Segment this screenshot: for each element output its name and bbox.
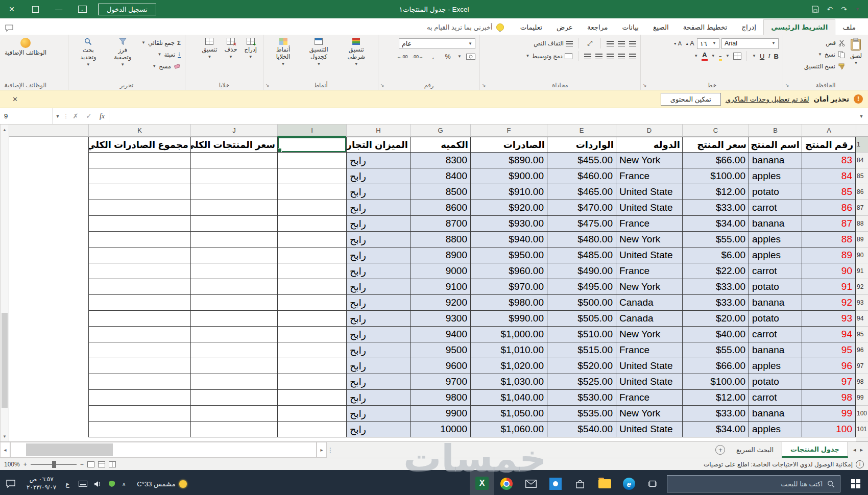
empty-cell[interactable]: [277, 232, 346, 247]
column-header-K[interactable]: K: [88, 125, 190, 137]
empty-cell[interactable]: [277, 247, 346, 263]
data-cell[interactable]: apples: [749, 358, 802, 374]
data-cell[interactable]: apples: [749, 247, 802, 263]
data-cell[interactable]: $485.00: [547, 247, 616, 263]
row-header[interactable]: 84: [856, 153, 868, 168]
data-cell[interactable]: $940.00: [470, 232, 547, 247]
data-cell[interactable]: 9600: [410, 358, 470, 374]
data-cell[interactable]: رابح: [346, 200, 410, 216]
data-cell[interactable]: France: [616, 168, 682, 184]
cell-styles-button[interactable]: أنماط الخلايا ▼: [268, 37, 299, 67]
align-top-icon[interactable]: [629, 41, 636, 46]
data-cell[interactable]: رابح: [346, 295, 410, 311]
data-cell[interactable]: رابح: [346, 374, 410, 390]
data-cell[interactable]: New York: [616, 279, 682, 295]
empty-cell[interactable]: [190, 390, 277, 406]
data-cell[interactable]: $500.00: [547, 295, 616, 311]
data-cell[interactable]: $22.00: [682, 263, 749, 279]
column-header-I[interactable]: I: [277, 125, 346, 137]
copy-button[interactable]: نسخ ▼: [804, 50, 845, 60]
data-cell[interactable]: $20.00: [682, 311, 749, 327]
data-cell[interactable]: 100: [802, 422, 856, 437]
data-cell[interactable]: potato: [749, 184, 802, 200]
wrap-text-button[interactable]: التفاف النص: [534, 38, 573, 48]
empty-cell[interactable]: [190, 263, 277, 279]
row-header[interactable]: 89: [856, 232, 868, 247]
column-header-E[interactable]: E: [547, 125, 616, 137]
tabs-splitter-handle[interactable]: ⋮: [327, 442, 334, 458]
active-cell[interactable]: [277, 137, 346, 153]
enable-content-button[interactable]: تمكين المحتوى: [661, 93, 721, 106]
hscroll-left-icon[interactable]: ◂: [0, 442, 10, 458]
data-cell[interactable]: $480.00: [547, 232, 616, 247]
data-cell[interactable]: $505.00: [547, 311, 616, 327]
data-cell[interactable]: New York: [616, 153, 682, 168]
data-cell[interactable]: apples: [749, 422, 802, 437]
data-cell[interactable]: United State: [616, 374, 682, 390]
confirm-entry-icon[interactable]: ✓: [82, 108, 95, 124]
empty-cell[interactable]: [88, 168, 190, 184]
expand-formula-bar-icon[interactable]: ▼: [855, 108, 868, 124]
language-indicator[interactable]: ع: [65, 480, 69, 488]
insert-cells-button[interactable]: + إدراج ▼: [243, 37, 259, 60]
data-cell[interactable]: United State: [616, 200, 682, 216]
row-header[interactable]: 99: [856, 390, 868, 406]
data-cell[interactable]: $950.00: [470, 247, 547, 263]
zoom-level[interactable]: 100%: [4, 461, 20, 468]
formula-bar-splitter[interactable]: ⋮: [63, 108, 69, 124]
shield-icon[interactable]: [108, 480, 115, 487]
row-header[interactable]: 94: [856, 311, 868, 327]
delete-cells-button[interactable]: × حذف ▼: [222, 37, 239, 60]
data-cell[interactable]: Canada: [616, 311, 682, 327]
task-view-button[interactable]: [641, 470, 664, 495]
empty-cell[interactable]: [190, 279, 277, 295]
empty-cell[interactable]: [190, 406, 277, 422]
page-layout-view-icon[interactable]: [98, 461, 105, 467]
empty-cell[interactable]: [190, 342, 277, 358]
empty-cell[interactable]: [190, 311, 277, 327]
data-cell[interactable]: $1,000.00: [470, 327, 547, 342]
data-cell[interactable]: رابح: [346, 247, 410, 263]
find-select-button[interactable]: بحث وتحديد ▼: [73, 37, 104, 68]
data-cell[interactable]: $33.00: [682, 279, 749, 295]
data-cell[interactable]: رابح: [346, 358, 410, 374]
hidden-icons-chevron[interactable]: ∧: [122, 481, 126, 487]
data-cell[interactable]: $33.00: [682, 200, 749, 216]
conditional-formatting-button[interactable]: تنسيق شرطي ▼: [339, 37, 374, 67]
minimize-window-button[interactable]: —: [47, 0, 70, 18]
data-cell[interactable]: رابح: [346, 232, 410, 247]
data-cell[interactable]: 85: [802, 184, 856, 200]
message-bar-close-icon[interactable]: ✕: [8, 95, 22, 103]
sign-in-button[interactable]: تسجيل الدخول: [98, 4, 156, 15]
data-cell[interactable]: $1,060.00: [470, 422, 547, 437]
data-cell[interactable]: رابح: [346, 263, 410, 279]
font-color-button[interactable]: A: [702, 52, 707, 60]
sheet-tab-products[interactable]: جدول المنتجات: [782, 442, 848, 458]
touch-keyboard-icon[interactable]: [79, 481, 87, 487]
name-box[interactable]: 9: [0, 108, 52, 124]
data-cell[interactable]: banana: [749, 153, 802, 168]
column-header-B[interactable]: B: [749, 125, 802, 137]
action-center-button[interactable]: [0, 470, 21, 495]
number-format-select[interactable]: عام▼: [399, 38, 475, 49]
data-cell[interactable]: $970.00: [470, 279, 547, 295]
formula-input[interactable]: [109, 108, 855, 124]
empty-cell[interactable]: [277, 263, 346, 279]
font-size-select[interactable]: ١٦▼: [697, 38, 719, 49]
normal-view-icon[interactable]: [87, 461, 94, 467]
row-header[interactable]: 98: [856, 374, 868, 390]
data-cell[interactable]: رابح: [346, 216, 410, 232]
vertical-scrollbar[interactable]: ▲ ▼: [0, 125, 9, 441]
page-break-view-icon[interactable]: [109, 461, 116, 467]
empty-cell[interactable]: [277, 279, 346, 295]
empty-cell[interactable]: [88, 200, 190, 216]
taskbar-excel-button[interactable]: X: [470, 470, 494, 495]
row-header[interactable]: 95: [856, 327, 868, 342]
decrease-indent-icon[interactable]: [595, 54, 602, 59]
empty-cell[interactable]: [88, 184, 190, 200]
column-header-A[interactable]: A: [802, 125, 856, 137]
fill-button[interactable]: ↓ تعبئة ▼: [141, 50, 181, 60]
data-cell[interactable]: 9400: [410, 327, 470, 342]
column-header-J[interactable]: J: [190, 125, 277, 137]
data-cell[interactable]: 8400: [410, 168, 470, 184]
